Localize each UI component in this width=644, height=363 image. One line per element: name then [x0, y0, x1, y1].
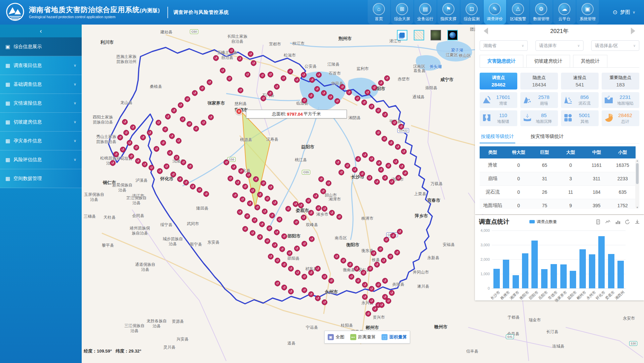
hazard-point-marker[interactable]: ↺ [164, 164, 169, 169]
hazard-point-marker[interactable]: ↺ [384, 237, 389, 243]
hazard-point-marker[interactable]: ↺ [197, 187, 202, 193]
hazard-point-marker[interactable]: ↺ [275, 258, 280, 263]
hazard-point-marker[interactable]: ↺ [228, 176, 233, 181]
hazard-point-marker[interactable]: ↺ [293, 219, 299, 225]
hazard-point-marker[interactable]: ↺ [177, 176, 183, 182]
hazard-point-marker[interactable]: ↺ [347, 262, 353, 267]
hazard-point-marker[interactable]: ↺ [169, 133, 175, 139]
tab-3[interactable]: 其他统计 [573, 55, 607, 67]
hazard-point-marker[interactable]: ↺ [110, 160, 116, 166]
line-chart-icon[interactable] [605, 219, 611, 224]
hazard-point-marker[interactable]: ↺ [293, 201, 298, 207]
hazard-point-marker[interactable]: ↺ [135, 158, 141, 164]
hazard-point-marker[interactable]: ↺ [362, 152, 368, 158]
hazard-point-marker[interactable]: ↺ [165, 114, 171, 119]
hazard-point-marker[interactable]: ↺ [251, 60, 256, 66]
bar-chart-icon[interactable] [615, 219, 620, 224]
hazard-point-marker[interactable]: ↺ [235, 180, 241, 185]
nav-item-monitor[interactable]: ⊡综合监测 [460, 0, 483, 25]
hazard-point-marker[interactable]: ↺ [334, 254, 339, 259]
hazard-point-marker[interactable]: ↺ [180, 116, 186, 122]
hazard-point-marker[interactable]: ↺ [193, 126, 199, 132]
hazard-point-marker[interactable]: ↺ [259, 221, 265, 227]
hazard-point-marker[interactable]: ↺ [174, 155, 179, 160]
scroll-up-icon[interactable]: ▲ [635, 159, 639, 162]
download-icon[interactable] [635, 219, 640, 224]
hazard-point-marker[interactable]: ↺ [170, 172, 176, 177]
hazard-point-marker[interactable]: ↺ [123, 130, 129, 136]
hazard-point-marker[interactable]: ↺ [316, 205, 321, 211]
close-measure-marker[interactable]: ✕ [236, 108, 242, 115]
hazard-point-marker[interactable]: ↺ [338, 170, 344, 175]
hazard-point-marker[interactable]: ↺ [265, 196, 270, 202]
hazard-point-marker[interactable]: ↺ [237, 56, 243, 62]
hazard-point-marker[interactable]: ↺ [250, 230, 255, 236]
hazard-point-marker[interactable]: ↺ [275, 281, 280, 286]
hazard-point-marker[interactable]: ↺ [295, 270, 300, 276]
sidebar-item-6[interactable]: ▦孕灾条件信息∨ [0, 132, 82, 150]
hazard-point-marker[interactable]: ↺ [355, 278, 361, 284]
hazard-point-marker[interactable]: ↺ [140, 135, 146, 140]
hazard-point-marker[interactable]: ↺ [361, 270, 366, 276]
refresh-icon[interactable] [625, 219, 630, 224]
hazard-point-marker[interactable]: ↺ [352, 167, 358, 173]
hazard-point-marker[interactable]: ↺ [402, 170, 408, 176]
hazard-point-marker[interactable]: ↺ [120, 147, 126, 152]
hazard-point-marker[interactable]: ↺ [262, 209, 268, 214]
hazard-point-marker[interactable]: ↺ [301, 98, 307, 103]
hazard-point-marker[interactable]: ↺ [208, 114, 214, 120]
hazard-point-marker[interactable]: ↺ [396, 175, 401, 181]
hazard-point-marker[interactable]: ↺ [269, 213, 275, 218]
hazard-point-marker[interactable]: ↺ [399, 164, 405, 169]
sidebar-collapse-button[interactable]: ‹ [0, 25, 82, 37]
hazard-point-marker[interactable]: ↺ [260, 96, 266, 101]
nav-item-dashboard[interactable]: ⊞综合大屏 [391, 0, 413, 25]
scrollbar-thumb[interactable] [636, 163, 639, 184]
hazard-point-marker[interactable]: ↺ [242, 184, 248, 189]
hazard-point-marker[interactable]: ↺ [277, 217, 282, 222]
layers-button[interactable] [397, 30, 407, 40]
scroll-down-icon[interactable]: ▼ [635, 206, 639, 209]
hazard-point-marker[interactable]: ↺ [272, 242, 278, 248]
hazard-point-marker[interactable]: ↺ [157, 168, 163, 174]
hazard-point-marker[interactable]: ↺ [272, 200, 278, 206]
hazard-point-marker[interactable]: ↺ [220, 68, 226, 73]
hazard-point-marker[interactable]: ↺ [213, 55, 219, 61]
hazard-point-marker[interactable]: ↺ [367, 266, 373, 271]
prev-year-button[interactable] [480, 28, 488, 34]
hazard-point-marker[interactable]: ↺ [183, 180, 189, 185]
hazard-point-marker[interactable]: ↺ [320, 188, 326, 194]
hazard-point-marker[interactable]: ↺ [388, 140, 394, 146]
hazard-point-marker[interactable]: ↺ [386, 163, 391, 169]
hazard-point-marker[interactable]: ↺ [267, 90, 273, 96]
hazard-point-marker[interactable]: ↺ [281, 262, 287, 267]
hazard-point-marker[interactable]: ↺ [257, 192, 263, 197]
hazard-point-marker[interactable]: ↺ [281, 233, 287, 239]
sub-tab-2[interactable]: 按灾情等级统计 [529, 131, 565, 143]
hazard-point-marker[interactable]: ↺ [382, 112, 388, 117]
hazard-point-marker[interactable]: ↺ [287, 250, 292, 256]
hazard-point-marker[interactable]: ↺ [386, 298, 391, 304]
hazard-point-marker[interactable]: ↺ [355, 96, 360, 101]
hazard-point-marker[interactable]: ↺ [316, 72, 322, 78]
hazard-point-marker[interactable]: ↺ [371, 85, 377, 90]
hazard-point-marker[interactable]: ↺ [369, 286, 374, 292]
hazard-point-marker[interactable]: ↺ [326, 180, 331, 186]
hazard-point-marker[interactable]: ↺ [178, 102, 184, 108]
hazard-point-marker[interactable]: ↺ [371, 250, 376, 256]
hazard-point-marker[interactable]: ↺ [401, 149, 407, 154]
sub-tab-1[interactable]: 按规模等级统计 [480, 131, 515, 143]
hazard-point-marker[interactable]: ↺ [254, 205, 260, 210]
hazard-point-marker[interactable]: ↺ [308, 291, 314, 297]
hazard-point-marker[interactable]: ↺ [287, 69, 293, 74]
hazard-point-marker[interactable]: ↺ [374, 262, 380, 267]
hazard-point-marker[interactable]: ↺ [398, 124, 404, 130]
hazard-point-marker[interactable]: ↺ [294, 77, 300, 83]
hazard-point-marker[interactable]: ↺ [309, 77, 315, 83]
hazard-point-marker[interactable]: ↺ [279, 246, 285, 252]
tab-2[interactable]: 切坡建房统计 [526, 55, 570, 67]
street-map-button[interactable] [414, 30, 424, 40]
hazard-point-marker[interactable]: ↺ [244, 213, 250, 219]
nav-item-business[interactable]: ▤业务运行 [414, 0, 437, 25]
chart-legend[interactable]: 调查点数量 [529, 219, 557, 225]
